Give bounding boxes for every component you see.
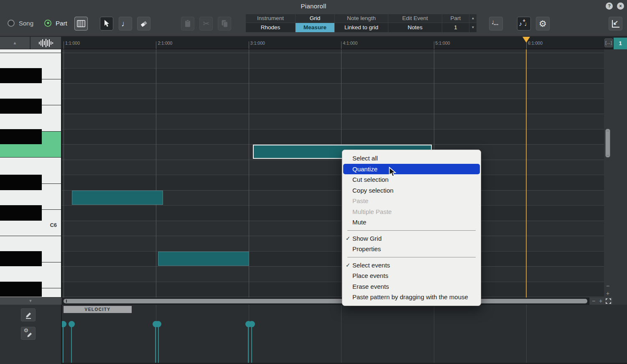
grid-row-line: [62, 297, 604, 297]
fit-width-button[interactable]: [↔]: [604, 38, 613, 47]
velocity-stem[interactable]: [155, 324, 156, 363]
velocity-handle[interactable]: [155, 321, 161, 327]
menu-item-properties[interactable]: Properties: [342, 244, 481, 255]
option-value[interactable]: Measure: [296, 23, 334, 32]
scroll-up-button[interactable]: ▲: [0, 37, 30, 49]
settings-button[interactable]: ⚙: [536, 17, 550, 31]
horizontal-zoom-out-button[interactable]: −: [590, 298, 597, 305]
part-radio[interactable]: [44, 20, 51, 27]
note-grid[interactable]: [62, 49, 604, 298]
velocity-stem[interactable]: [71, 324, 72, 363]
menu-item-mute[interactable]: Mute: [342, 217, 481, 228]
audition-button[interactable]: [31, 37, 61, 49]
menu-item-erase-events[interactable]: Erase events: [342, 281, 481, 292]
velocity-measure-line: [341, 305, 342, 363]
draw-note-tool-button[interactable]: ♩: [119, 17, 132, 31]
menu-item-copy-selection[interactable]: Copy selection: [342, 185, 481, 196]
horizontal-zoom-in-button[interactable]: +: [597, 298, 604, 305]
ruler-tick-label: 5:1:000: [436, 41, 450, 46]
copy-button[interactable]: [218, 17, 231, 31]
close-icon[interactable]: ×: [617, 3, 624, 10]
menu-item-paste-pattern-by-dragging-with-the-mouse[interactable]: Paste pattern by dragging with the mouse: [342, 292, 481, 303]
option-header: Grid: [296, 14, 334, 23]
black-key[interactable]: [0, 175, 42, 190]
velocity-stem[interactable]: [158, 324, 159, 363]
velocity-stem[interactable]: [251, 324, 252, 363]
up-arrow-icon: ▲: [13, 41, 17, 45]
velocity-lane[interactable]: VELOCITY: [62, 305, 627, 364]
midi-note[interactable]: [158, 252, 249, 266]
menu-item-label: Place events: [352, 272, 388, 279]
horizontal-scrollbar-thumb[interactable]: [64, 299, 587, 303]
black-key[interactable]: [0, 205, 42, 221]
gear-pencil-icon: ⚙: [24, 329, 33, 338]
black-key[interactable]: [0, 251, 42, 267]
option-value[interactable]: Rhodes: [246, 23, 295, 32]
vertical-zoom-in-button[interactable]: +: [604, 290, 611, 297]
fit-view-button[interactable]: [604, 297, 612, 305]
song-radio[interactable]: [8, 20, 15, 27]
velocity-handle[interactable]: [62, 321, 66, 327]
black-key-row-shade: [62, 251, 604, 267]
black-key[interactable]: [0, 129, 42, 145]
playhead-marker[interactable]: [522, 37, 530, 43]
song-radio-label[interactable]: Song: [19, 20, 33, 27]
check-icon: ✓: [346, 260, 350, 271]
white-key[interactable]: [0, 49, 61, 53]
menu-item-label: Show Grid: [352, 235, 382, 242]
velocity-stem[interactable]: [63, 324, 64, 363]
horizontal-scrollbar[interactable]: [62, 298, 589, 305]
menu-item-label: Multiple Paste: [352, 208, 392, 215]
scroll-down-button[interactable]: ▼: [0, 298, 61, 305]
velocity-handle[interactable]: [249, 321, 255, 327]
step-record-button[interactable]: ♩ ▪▪▪: [489, 17, 503, 31]
black-key[interactable]: [0, 68, 42, 84]
select-tool-button[interactable]: [100, 17, 113, 31]
part-down-button[interactable]: ▼: [469, 23, 477, 32]
paste-button[interactable]: [181, 17, 194, 31]
step-record-icon: ♩ ▪▪▪: [492, 20, 501, 28]
import-to-song-button[interactable]: ↙: [609, 17, 622, 31]
menu-item-show-grid[interactable]: ✓Show Grid: [342, 233, 481, 244]
black-key-row-shade: [62, 129, 604, 145]
measure-line: [64, 49, 64, 298]
black-key[interactable]: [0, 99, 42, 114]
option-header: Edit Event: [388, 14, 442, 23]
menu-item-select-events[interactable]: ✓Select events: [342, 260, 481, 271]
menu-item-select-all[interactable]: Select all: [342, 153, 481, 164]
help-icon[interactable]: ?: [606, 3, 613, 10]
part-radio-label[interactable]: Part: [56, 20, 67, 27]
keyboard-toggle-button[interactable]: [74, 17, 88, 31]
menu-item-quantize[interactable]: Quantize: [343, 164, 480, 175]
page-tab[interactable]: 1: [614, 38, 627, 49]
eraser-tool-button[interactable]: [137, 17, 150, 31]
midi-note[interactable]: [72, 191, 163, 205]
cut-button[interactable]: ✂: [199, 17, 213, 31]
menu-item-label: Paste: [352, 197, 368, 204]
vertical-zoom-out-button[interactable]: −: [604, 283, 611, 289]
velocity-handle[interactable]: [69, 321, 75, 327]
add-note-mode-button[interactable]: ♪ + ♩: [517, 17, 531, 31]
menu-item-cut-selection[interactable]: Cut selection: [342, 174, 481, 185]
ruler-tick-label: 4:1:000: [343, 41, 357, 46]
menu-item-place-events[interactable]: Place events: [342, 270, 481, 281]
menu-item-paste: Paste: [342, 196, 481, 206]
option-value[interactable]: 1: [442, 23, 469, 32]
auto-velocity-button[interactable]: ⚙: [21, 327, 36, 340]
part-up-button[interactable]: ▲: [469, 14, 477, 23]
draw-velocity-button[interactable]: [21, 308, 36, 321]
velocity-label[interactable]: VELOCITY: [64, 306, 132, 313]
pencil-icon: [24, 311, 33, 320]
velocity-stem[interactable]: [248, 324, 249, 363]
note-icon: ♩: [122, 20, 130, 28]
timeline-ruler[interactable]: 1:1:0002:1:0003:1:0004:1:0005:1:0006:1:0…: [62, 37, 604, 49]
option-value[interactable]: Linked to grid: [335, 23, 388, 32]
vertical-scrollbar-thumb[interactable]: [605, 129, 610, 158]
black-key[interactable]: [0, 282, 42, 297]
ruler-tick: [434, 41, 434, 49]
right-gutter: − +: [604, 49, 627, 305]
grid-row-line: [62, 53, 604, 53]
menu-item-label: Erase events: [352, 283, 389, 290]
option-value[interactable]: Notes: [388, 23, 442, 32]
check-icon: ✓: [346, 233, 350, 244]
